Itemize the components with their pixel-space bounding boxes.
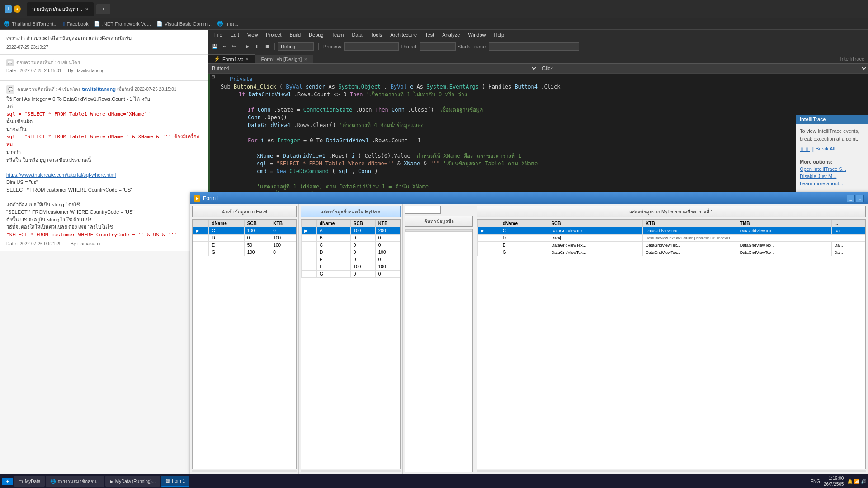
taskbar-item-browser[interactable]: 🌐 รายงานสมาชิกสอบ... <box>46 476 104 487</box>
vs-menu-architecture[interactable]: Architecture <box>387 31 420 38</box>
toolbar-save-btn[interactable]: 💾 <box>210 42 220 50</box>
vs-menu-window[interactable]: Window <box>464 31 489 38</box>
form1-minimize-btn[interactable]: _ <box>847 195 855 202</box>
bookmark-bittorrent[interactable]: 🌐 Thailand BitTorrent... <box>4 21 58 27</box>
debug-config-selector[interactable]: Debug <box>278 42 314 51</box>
vs-menu-team[interactable]: Team <box>328 31 348 38</box>
show-table1-btn[interactable]: แสดงข้อมูลจาก MyData ตามชื่อตารางที่ 1 <box>477 206 866 217</box>
bookmark-dotnet[interactable]: 📄 .NET Framework Ve... <box>94 21 151 27</box>
grid2-row-1: ▶A100200 <box>302 227 400 235</box>
func-selector-bar: Button4 Click <box>208 63 868 74</box>
taskbar-lang: ENG <box>810 479 820 484</box>
grid2-row-4: D0100 <box>302 249 400 256</box>
search-input[interactable] <box>405 206 441 214</box>
grid1-scrollbar[interactable] <box>192 470 297 472</box>
grid-mydata: dName SCB KTB ▶A100200 B00 C00 D0100 E00 <box>301 219 401 469</box>
taskbar-item-running[interactable]: ▶ MyData (Running)... <box>105 476 160 487</box>
method-selector[interactable]: Click <box>538 63 868 73</box>
bookmark-icon-vb: 📄 <box>156 21 163 27</box>
browser-tab-new[interactable]: + <box>96 4 110 14</box>
taskbar-mydata-icon: 🗃 <box>19 479 23 484</box>
search-btn[interactable]: ค้นหาข้อมูลชื่อ <box>405 216 473 227</box>
vs-menu-file[interactable]: File <box>211 31 226 38</box>
it-learn-link[interactable]: Learn more about... <box>800 181 864 186</box>
bookmark-label-fb: Facebook <box>67 21 89 27</box>
code-line-6: For i As Integer = 0 To DataGridView1 .R… <box>248 137 864 145</box>
vs-menu-data[interactable]: Data <box>348 31 366 38</box>
grid1-row1-arrow: ▶ <box>193 227 209 235</box>
forum-panel: เพราะว่า ตัวแปร sql เลือกข้อมูลออกมาแสดง… <box>0 30 208 474</box>
it-disable-link[interactable]: Disable Just M... <box>800 174 864 179</box>
taskbar-clock: 1:19:00 26/7/2565 <box>824 475 844 487</box>
code-line-blank1 <box>221 99 864 106</box>
sql-link[interactable]: https://www.thaicreate.com/tutorial/sql-… <box>6 172 116 178</box>
grid2-row-6: F100100 <box>302 263 400 271</box>
show-mydata-btn[interactable]: แสดงข้อมูลทั้งหมดใน MyData <box>301 206 401 217</box>
taskbar-running-label: MyData (Running)... <box>115 479 156 484</box>
form1-section-table1: แสดงข้อมูลจาก MyData ตามชื่อตารางที่ 1 d… <box>475 204 868 474</box>
it-section: To view IntelliTrace events, break execu… <box>796 124 868 192</box>
tab-close-btn[interactable]: ✕ <box>85 7 89 12</box>
code-line-8: sql = "SELECT * FROM Table1 Where dName=… <box>257 160 864 168</box>
taskbar-item-form1[interactable]: 🖼 Form1 <box>161 476 189 487</box>
toolbar-undo-btn[interactable]: ↩ <box>221 42 229 50</box>
grid4-col-arrow <box>478 220 500 227</box>
clock-time: 1:19:00 <box>824 475 844 481</box>
toolbar-redo-btn[interactable]: ↪ <box>230 42 238 50</box>
vs-tab-form1vb[interactable]: ⚡ Form1.vb ✕ <box>208 54 255 63</box>
vs-menu-analyze[interactable]: Analyze <box>439 31 463 38</box>
code-line-7: XName = DataGridView1 .Rows( i ).Cells(0… <box>257 152 864 160</box>
bookmark-facebook[interactable]: f Facebook <box>63 21 89 27</box>
form1-section-mydata: แสดงข้อมูลทั้งหมดใน MyData dName SCB KTB <box>299 204 403 474</box>
vs-menu-project[interactable]: Project <box>262 31 285 38</box>
tab-label-form1design: Form1.vb [Design] <box>261 56 302 62</box>
bookmark-icon-fb: f <box>63 21 65 27</box>
grid4-col-tmb: TMB <box>737 220 831 227</box>
stack-frame-label: Stack Frame: <box>458 44 487 49</box>
vs-tab-form1design[interactable]: Form1.vb [Design] ✕ <box>255 55 313 63</box>
vs-tab-close-form1vb[interactable]: ✕ <box>245 57 249 61</box>
code-line-blank2 <box>221 129 864 137</box>
form1-maximize-btn[interactable]: □ <box>856 195 864 202</box>
code-line-3: If Conn .State = ConnectionState .Open T… <box>248 106 864 114</box>
code-line-1: Private Sub Button4_Click ( ByVal sender… <box>221 75 864 91</box>
break-all-label: ‖ Break All <box>811 146 835 152</box>
form1-section-excel: นำเข้าข้อมูลจาก Excel dName SCB KTB ▶ <box>190 204 299 474</box>
vs-menu-test[interactable]: Test <box>421 31 438 38</box>
vs-menu-debug[interactable]: Debug <box>305 31 327 38</box>
toolbar-pause-btn[interactable]: ⏸ <box>253 42 262 50</box>
vs-menu-build[interactable]: Build <box>286 31 304 38</box>
toolbar-run-btn[interactable]: ▶ <box>244 42 252 50</box>
bookmark-vb[interactable]: 📄 Visual Basic Comm... <box>156 21 212 27</box>
vs-tab-close-form1design[interactable]: ✕ <box>304 57 307 61</box>
code-line-blank4 <box>221 175 864 183</box>
toolbar-stop-btn[interactable]: ⏹ <box>263 42 272 50</box>
vs-toolbar: 💾 ↩ ↪ ▶ ⏸ ⏹ Debug Process: Thread: Stack… <box>208 40 868 52</box>
taskbar-form1-label: Form1 <box>172 479 185 483</box>
bookmark-forum[interactable]: 🌐 ถาม... <box>217 20 238 28</box>
vs-menu-tools[interactable]: Tools <box>367 31 386 38</box>
reply-by: By : lamaka.tor <box>71 241 101 246</box>
form1-section-search: ค้นหาข้อมูลชื่อ <box>403 204 475 474</box>
form1-body: นำเข้าข้อมูลจาก Excel dName SCB KTB ▶ <box>190 204 868 474</box>
start-button[interactable]: ⊞ <box>2 478 13 485</box>
collapse-btn[interactable]: ⊟ <box>210 75 217 79</box>
vs-menu-edit[interactable]: Edit <box>227 31 243 38</box>
taskbar-item-mydata[interactable]: 🗃 MyData <box>14 476 45 487</box>
comment-reply-label: ตอบความคิดเห็นที่ : 4 เขียนโดย tawitsitt… <box>17 85 176 93</box>
import-excel-btn[interactable]: นำเข้าข้อมูลจาก Excel <box>192 206 297 217</box>
vs-menu-help[interactable]: Help <box>491 31 508 38</box>
browser-tab-active[interactable]: ถามปัญหา/ตอบปัญหา... ✕ <box>27 2 94 16</box>
grid-excel: dName SCB KTB ▶ C 100 0 D010 <box>192 219 297 469</box>
class-selector[interactable]: Button4 <box>208 63 538 73</box>
new-tab-icon: + <box>102 6 104 12</box>
system-tray: 🔔 📶 🔊 <box>847 479 866 484</box>
vs-menu-view[interactable]: View <box>244 31 262 38</box>
grid2-scrollbar[interactable] <box>301 470 401 472</box>
grid4-row-2: D Data[ DataGridViewTextBoxColumn | Name… <box>478 235 865 242</box>
comment-reply-date: 2022-07-25 23.15:01 <box>135 87 177 92</box>
it-break-all-btn[interactable]: ⏸⏸ ‖ Break All <box>800 146 864 152</box>
grid4-scrollbar[interactable] <box>477 470 866 472</box>
process-area: Process: Thread: Stack Frame: <box>323 42 579 51</box>
it-open-link[interactable]: Open IntelliTrace S... <box>800 166 864 172</box>
